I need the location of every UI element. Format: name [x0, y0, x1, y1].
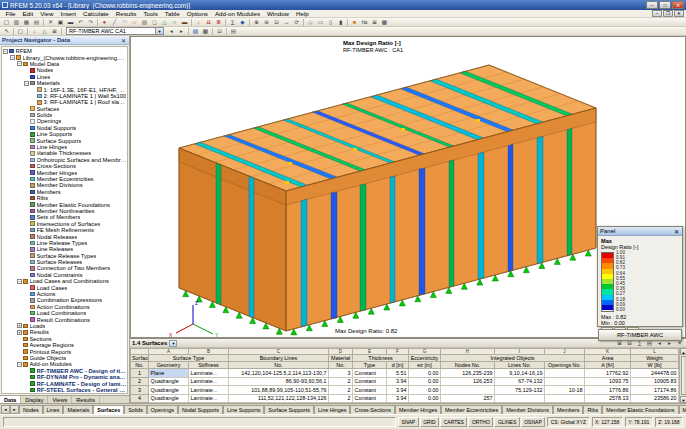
numbering-icon[interactable]: № [360, 18, 369, 26]
table-cell[interactable]: Laminate... [189, 394, 229, 403]
table-title-dropdown-icon[interactable]: ▼ [169, 340, 177, 347]
print-icon[interactable]: ▤ [32, 18, 41, 26]
table-cell[interactable]: Constant [353, 386, 387, 395]
redo-icon[interactable]: ↷ [86, 18, 95, 26]
save-file-icon[interactable]: ▦ [22, 18, 31, 26]
select-pointer-icon[interactable]: ↖ [2, 27, 11, 35]
navigator-close-icon[interactable]: ✕ [120, 37, 127, 44]
table-tab-line-supports[interactable]: Line Supports [223, 405, 264, 414]
menu-add-on-modules[interactable]: Add-on Modules [211, 10, 263, 18]
new-surface-icon[interactable]: ▱ [130, 18, 139, 26]
status-toggle-cartes[interactable]: CARTES [440, 417, 467, 427]
open-file-icon[interactable]: ▥ [12, 18, 21, 26]
show-results-icon[interactable]: ◆ [238, 18, 247, 26]
mdi-minimize-button[interactable]: – [652, 10, 662, 17]
navigator-tab-results[interactable]: Results [72, 396, 100, 403]
table-title[interactable]: 1.4 Surfaces [132, 340, 167, 346]
table-cell[interactable]: 2 [329, 394, 353, 403]
table-tab-materials[interactable]: Materials [63, 405, 93, 414]
table-cell[interactable]: Quadrangle [149, 386, 189, 395]
table-vertical-scrollbar[interactable]: ▲ ▼ [679, 348, 686, 403]
table-cell[interactable]: 0.00 [409, 369, 441, 378]
table-cell[interactable]: 3 [131, 386, 149, 395]
table-cell[interactable] [545, 369, 585, 378]
navigator-tab-data[interactable]: Data [0, 396, 21, 403]
table-tab-member-nonlinearities[interactable]: Member Nonlinearities [679, 405, 686, 414]
new-arc-icon[interactable]: ◠ [120, 18, 129, 26]
panel-close-icon[interactable]: ✕ [673, 228, 680, 235]
table-cell[interactable] [495, 394, 545, 403]
table-cell[interactable]: 3.94 [387, 377, 409, 386]
navigator-tab-display[interactable]: Display [21, 396, 48, 403]
nodal-support-icon[interactable]: △ [160, 18, 169, 26]
table-cell[interactable]: 17762.92 [585, 369, 631, 378]
menu-window[interactable]: Window [264, 10, 293, 18]
tree-item-library-choww-robbins-engine[interactable]: −Library_(Choww.robbins-engineering.com) [3, 54, 127, 60]
panel-on-off-icon[interactable]: ▩ [201, 27, 210, 35]
next-load-case-icon[interactable]: ▸ [177, 27, 186, 35]
view-in-x-icon[interactable]: ▭ [316, 18, 325, 26]
table-cell[interactable]: 86,90-93,60,56,1 [229, 377, 329, 386]
copy-icon[interactable]: ▣ [56, 18, 65, 26]
table-cell[interactable]: 142,120,104-125.5,2,114,113-130,7 [229, 369, 329, 378]
minimize-button[interactable]: – [646, 1, 658, 9]
table-cell[interactable]: 111,52,121,122,128-134,126 [229, 394, 329, 403]
line-hinge-icon[interactable]: ○ [170, 18, 179, 26]
table-cell[interactable]: Constant [353, 394, 387, 403]
table-cell[interactable]: 0.00 [409, 377, 441, 386]
show-loads-icon[interactable]: ↓ [30, 27, 39, 35]
maximize-button[interactable]: □ [659, 1, 671, 9]
collapse-icon[interactable]: − [17, 61, 22, 66]
calculate-icon[interactable]: ∑ [228, 18, 237, 26]
render-mode-icon[interactable]: ■ [350, 18, 359, 26]
menu-table[interactable]: Table [161, 10, 183, 18]
table-tab-member-eccentricities[interactable]: Member Eccentricities [441, 405, 502, 414]
rotate-view-icon[interactable]: ⟳ [292, 18, 301, 26]
table-cell[interactable]: 126,253 [441, 377, 495, 386]
new-opening-icon[interactable]: ◻ [150, 18, 159, 26]
status-toggle-ortho[interactable]: ORTHO [468, 417, 493, 427]
clipping-box-icon[interactable]: ⊡ [215, 27, 224, 35]
table-tab-openings[interactable]: Openings [147, 405, 178, 414]
table-cell[interactable]: 3.94 [387, 386, 409, 395]
tab-scroll-right-icon[interactable]: ▸ [10, 405, 19, 414]
scroll-thumb[interactable] [681, 356, 686, 395]
new-model-window-icon[interactable]: ▢ [16, 27, 25, 35]
scroll-down-icon[interactable]: ▼ [680, 396, 686, 403]
table-tab-cross-sections[interactable]: Cross-Sections [350, 405, 395, 414]
table-cell[interactable]: 10-18 [545, 386, 585, 395]
table-cell[interactable]: 67-74,132 [495, 377, 545, 386]
table-tab-member-hinges[interactable]: Member Hinges [395, 405, 441, 414]
table-cell[interactable]: 1776.86 [585, 386, 631, 395]
table-tab-member-divisions[interactable]: Member Divisions [502, 405, 553, 414]
collapse-icon[interactable]: − [10, 55, 15, 60]
pan-icon[interactable]: ↔ [282, 18, 291, 26]
table-tab-lines[interactable]: Lines [43, 405, 64, 414]
module-button[interactable]: RF-TIMBER AWC [598, 329, 682, 341]
expand-icon[interactable]: + [17, 323, 22, 328]
paste-icon[interactable]: ▬ [66, 18, 75, 26]
table-cell[interactable]: Plane [149, 369, 189, 378]
table-cell[interactable]: Laminate... [189, 386, 229, 395]
mdi-close-button[interactable]: ✕ [674, 10, 684, 17]
print-graphic-icon[interactable]: ▤ [229, 27, 238, 35]
menu-view[interactable]: View [37, 10, 57, 18]
table-cell[interactable]: 3 [329, 369, 353, 378]
collapse-icon[interactable]: − [3, 49, 8, 54]
combo-dropdown-icon[interactable]: ▼ [155, 28, 163, 34]
menu-file[interactable]: File [2, 10, 19, 18]
tab-scroll-left-icon[interactable]: ◂ [1, 405, 10, 414]
table-cell[interactable]: 4 [131, 394, 149, 403]
table-tab-nodal-supports[interactable]: Nodal Supports [178, 405, 223, 414]
table-tab-nodes[interactable]: Nodes [19, 405, 43, 414]
table-cell[interactable] [545, 377, 585, 386]
view-in-z-icon[interactable]: ▮ [336, 18, 345, 26]
table-cell[interactable]: 101,88,89,99,105-110,51-55,76 [229, 386, 329, 395]
table-cell[interactable]: 1093.75 [585, 377, 631, 386]
close-button[interactable]: ✕ [672, 1, 684, 9]
previous-load-case-icon[interactable]: ◂ [167, 27, 176, 35]
table-tab-ribs[interactable]: Ribs [583, 405, 602, 414]
table-cell[interactable]: 17174.86 [631, 386, 679, 395]
view-in-y-icon[interactable]: ▯ [326, 18, 335, 26]
zoom-in-icon[interactable]: ⊕ [252, 18, 261, 26]
